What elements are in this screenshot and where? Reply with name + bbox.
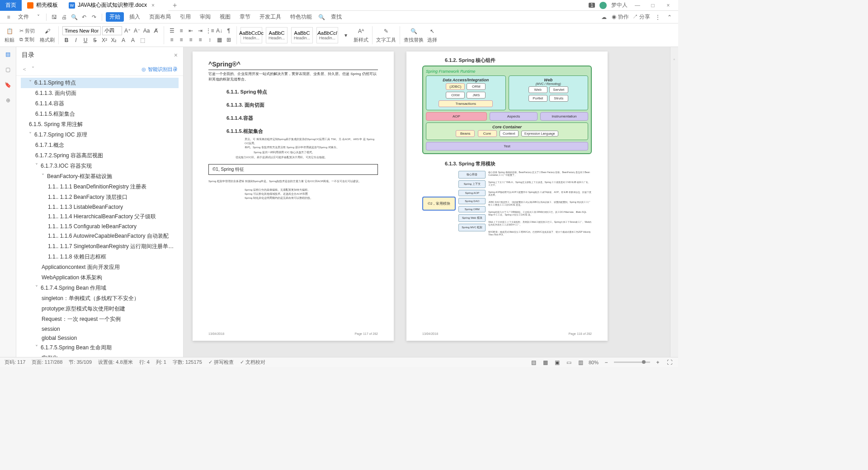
add-tab-button[interactable]: + bbox=[168, 1, 181, 9]
tree-item[interactable]: 1.1.. 1.1.2 BeanFactory 顶层接口 bbox=[21, 192, 179, 202]
tab-document[interactable]: W JAVA核心面试知识整理.docx × bbox=[63, 0, 168, 11]
print-icon[interactable]: 🖨 bbox=[60, 13, 68, 21]
status-pages[interactable]: 页面: 117/288 bbox=[32, 359, 62, 366]
tree-item[interactable]: 6.1.1.3. 面向切面 bbox=[21, 88, 179, 99]
page-rail-icon[interactable]: ▢ bbox=[4, 65, 13, 74]
change-case-icon[interactable]: Aa bbox=[142, 27, 151, 35]
tree-item[interactable]: 1.1.. 1.1.1 BeanDefinitionRegistry 注册表 bbox=[21, 182, 179, 192]
tree-item[interactable]: ˅6.1.7.Spring IOC 原理 bbox=[21, 130, 179, 140]
style-heading1[interactable]: AaBbCcDcHeadin... bbox=[241, 27, 262, 43]
close-button[interactable]: × bbox=[663, 2, 674, 9]
char-border-button[interactable]: ⬚ bbox=[138, 36, 146, 44]
tree-item[interactable]: 1.1.. 1.1.3 ListableBeanFactory bbox=[21, 202, 179, 212]
align-right-icon[interactable]: ≡ bbox=[187, 36, 195, 44]
tree-item[interactable]: Applicationcontext 面向开发应用 bbox=[21, 262, 179, 273]
superscript-button[interactable]: X² bbox=[100, 36, 108, 44]
bookmark-rail-icon[interactable]: 🔖 bbox=[4, 80, 13, 89]
chevron-icon[interactable]: ˅ bbox=[29, 132, 34, 138]
minimize-button[interactable]: — bbox=[632, 2, 643, 9]
document-area[interactable]: ^Spring®^ 它是一个全面的、企业应用开发一站式的解决方案，贯穿表现层、业… bbox=[184, 47, 670, 357]
chevron-icon[interactable]: ˅ bbox=[42, 173, 47, 179]
tree-item[interactable]: 6.1.7.1.概念 bbox=[21, 140, 179, 150]
menu-layout[interactable]: 页面布局 bbox=[146, 12, 175, 22]
decrease-font-icon[interactable]: A⁻ bbox=[133, 27, 141, 35]
cloud-icon[interactable]: ☁ bbox=[600, 13, 608, 21]
outdent-icon[interactable]: ⇤ bbox=[187, 27, 195, 35]
bullet-list-icon[interactable]: ☰ bbox=[168, 27, 176, 35]
new-style-button[interactable]: Aᴬ新样式 bbox=[354, 27, 368, 43]
outline-tree[interactable]: ˅6.1.1.Spring 特点6.1.1.3. 面向切面6.1.1.4.容器6… bbox=[16, 76, 183, 357]
share-label[interactable]: ↗ 分享 bbox=[632, 13, 650, 21]
redo-icon[interactable]: ↷ bbox=[90, 13, 98, 21]
status-proofread[interactable]: ✓ 文档校对 bbox=[240, 359, 265, 366]
line-spacing-icon[interactable]: ↕ bbox=[206, 36, 214, 44]
view-nav-icon[interactable]: ▥ bbox=[577, 358, 585, 367]
zoom-in-icon[interactable]: + bbox=[654, 358, 662, 367]
tree-item[interactable]: 1.1.. 1.1.8 依赖日志框框 bbox=[21, 252, 179, 262]
save-icon[interactable]: 🖫 bbox=[50, 13, 58, 21]
tree-item[interactable]: session bbox=[21, 324, 179, 334]
strike-button[interactable]: S̶ bbox=[91, 36, 99, 44]
tree-item[interactable]: 6.1.1.4.容器 bbox=[21, 99, 179, 109]
menu-start[interactable]: 开始 bbox=[106, 12, 124, 22]
multilevel-icon[interactable]: ⋮≡ bbox=[206, 27, 214, 35]
italic-button[interactable]: I bbox=[72, 36, 80, 44]
chevron-icon[interactable]: ˅ bbox=[29, 80, 34, 86]
chevron-icon[interactable]: ˅ bbox=[35, 344, 41, 351]
style-heading3[interactable]: AaBbCHeadin... bbox=[291, 27, 313, 43]
tree-item[interactable]: ˅6.1.7.5.Spring Bean 生命周期 bbox=[21, 343, 179, 353]
smart-outline-button[interactable]: ◎智能识别目录 bbox=[142, 66, 178, 73]
tree-item[interactable]: ˅BeanFactory-框架基础设施 bbox=[21, 171, 179, 182]
collapse-icon[interactable]: ⌃ bbox=[665, 13, 674, 21]
underline-button[interactable]: U bbox=[81, 36, 90, 44]
style-more-icon[interactable]: ▾ bbox=[342, 31, 350, 39]
user-avatar[interactable] bbox=[599, 2, 607, 9]
select-button[interactable]: ↖选择 bbox=[427, 27, 437, 43]
menu-review[interactable]: 审阅 bbox=[196, 12, 214, 22]
outline-rail-icon[interactable]: ▤ bbox=[4, 50, 13, 59]
outline-dropdown-icon[interactable]: ＜ ˅ bbox=[22, 66, 34, 73]
copy-button[interactable]: ⧉复制 bbox=[18, 36, 36, 43]
tree-item[interactable]: ˅6.1.7.3.IOC 容器实现 bbox=[21, 161, 179, 171]
zoom-rail-icon[interactable]: ⊕ bbox=[4, 96, 13, 105]
tree-item[interactable]: 1.1.. 1.1.6 AutowireCapableBeanFactory 自… bbox=[21, 231, 179, 241]
file-menu[interactable]: 文件 bbox=[14, 12, 33, 22]
view-page-icon[interactable]: ▦ bbox=[542, 358, 550, 367]
status-words[interactable]: 字数: 125175 bbox=[173, 359, 202, 366]
border-icon[interactable]: ⊞ bbox=[225, 36, 233, 44]
menu-reference[interactable]: 引用 bbox=[176, 12, 194, 22]
align-center-icon[interactable]: ≡ bbox=[177, 36, 185, 44]
cut-button[interactable]: ✂剪切 bbox=[18, 27, 36, 35]
zoom-value[interactable]: 80% bbox=[589, 360, 599, 365]
tree-item[interactable]: ˅6.1.1.Spring 特点 bbox=[21, 78, 179, 88]
align-left-icon[interactable]: ≡ bbox=[168, 36, 176, 44]
zoom-slider[interactable] bbox=[614, 362, 650, 363]
menu-section[interactable]: 章节 bbox=[236, 12, 254, 22]
right-rail-icon[interactable]: ◦ bbox=[673, 56, 675, 62]
tab-template[interactable]: 稻壳模板 bbox=[22, 0, 63, 11]
show-marks-icon[interactable]: ¶ bbox=[225, 27, 233, 35]
chevron-icon[interactable]: ˅ bbox=[35, 285, 41, 291]
clear-format-icon[interactable]: A̸ bbox=[152, 27, 160, 35]
subscript-button[interactable]: X₂ bbox=[110, 36, 118, 44]
align-justify-icon[interactable]: ≡ bbox=[196, 36, 204, 44]
chevron-down-icon[interactable]: ˅ bbox=[34, 13, 42, 21]
shading-icon[interactable]: ▦ bbox=[215, 36, 223, 44]
tree-item[interactable]: 实例化 bbox=[21, 353, 179, 357]
outline-close-icon[interactable]: × bbox=[174, 52, 178, 59]
tab-home[interactable]: 首页 bbox=[0, 0, 22, 11]
tree-item[interactable]: 1.1.. 1.1.7 SingletonBeanRegistry 运行期间注册… bbox=[21, 241, 179, 252]
preview-icon[interactable]: 🔍 bbox=[70, 13, 78, 21]
menu-search[interactable]: 查找 bbox=[327, 12, 345, 22]
highlight-button[interactable]: A bbox=[119, 36, 127, 44]
font-name-select[interactable] bbox=[62, 26, 101, 35]
tree-item[interactable]: global Session bbox=[21, 334, 179, 343]
fullscreen-icon[interactable]: ⛶ bbox=[665, 358, 674, 367]
style-heading2[interactable]: AaBbCHeadin... bbox=[266, 27, 288, 43]
font-size-select[interactable] bbox=[102, 26, 122, 35]
tree-item[interactable]: 6.1.5. Spring 常用注解 bbox=[21, 119, 179, 130]
number-list-icon[interactable]: ≡ bbox=[177, 27, 185, 35]
status-page[interactable]: 页码: 117 bbox=[5, 359, 25, 366]
tree-item[interactable]: WebApplication 体系架构 bbox=[21, 273, 179, 283]
bold-button[interactable]: B bbox=[62, 36, 71, 44]
